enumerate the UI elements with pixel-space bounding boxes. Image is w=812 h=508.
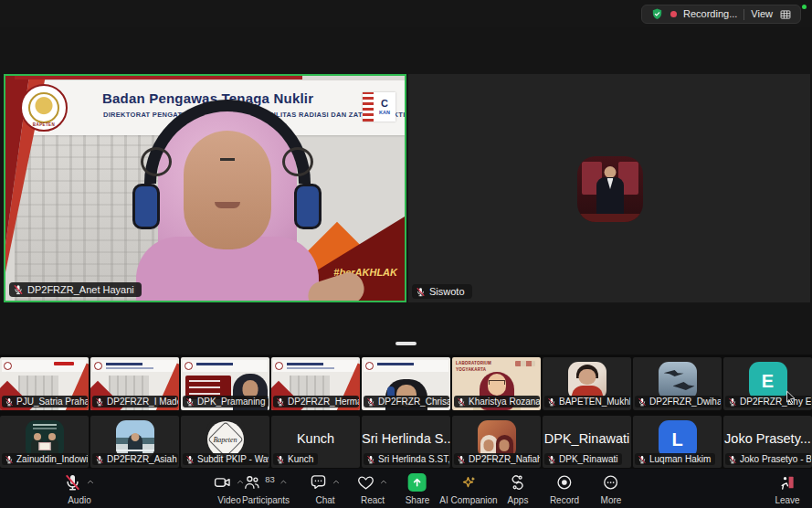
display-name: Joko Prasety... <box>723 431 812 446</box>
participant-name: Kunch <box>288 454 313 464</box>
participant-name: PJU_Satria Prahara <box>16 397 88 407</box>
participant-name-tag: DP2FRZR_Chrisantus... <box>364 396 449 407</box>
react-button[interactable]: React <box>357 471 389 505</box>
speaker-video-person <box>133 107 321 302</box>
view-button[interactable]: View <box>751 9 773 19</box>
participant-tile[interactable]: BapetenSubdit PKIP - Wawan... <box>181 416 269 468</box>
chevron-up-icon[interactable] <box>279 477 289 487</box>
participant-name: DP2FRZR_Dwihardjo... <box>649 397 721 407</box>
display-name: Kunch <box>271 431 360 446</box>
toolbar-button-label: Record <box>550 496 579 505</box>
participant-name-tag: Luqman Hakim <box>635 453 715 465</box>
gallery-grid-icon[interactable] <box>779 8 792 21</box>
toolbar-button-label: Apps <box>508 496 529 505</box>
participant-tile[interactable]: Zainuddin_Indowire <box>0 416 89 468</box>
participant-tile[interactable]: DP2FRZR_Chrisantus... <box>362 357 450 410</box>
muted-mic-icon <box>95 397 104 407</box>
apps-button[interactable]: Apps <box>508 471 529 505</box>
sparkle-icon <box>459 473 478 492</box>
more-button[interactable]: More <box>601 471 622 505</box>
participant-tile[interactable]: BAPETEN_Mukhlisin <box>543 357 631 410</box>
toolbar-button-label: Audio <box>68 496 91 505</box>
video-button[interactable]: Video <box>214 471 246 505</box>
headphone-earcup <box>132 184 160 229</box>
chevron-up-icon[interactable] <box>332 477 342 487</box>
toolbar-button-label: Chat <box>315 496 334 505</box>
participant-name-tag: DP2FRZR_Hermawan... <box>273 396 359 407</box>
muted-mic-icon <box>638 455 647 464</box>
leave-button[interactable]: Leave <box>775 471 799 505</box>
participant-name: Subdit PKIP - Wawan... <box>197 454 269 464</box>
muted-mic-icon <box>5 455 14 464</box>
participant-tile[interactable]: DP2FRZR_Dwihardjo... <box>633 357 722 410</box>
participant-name-tag: PJU_Satria Prahara <box>2 396 88 407</box>
participant-name-tag: DPK_Rinawati <box>544 453 622 465</box>
participant-tile[interactable]: DP2FRZR_Nafiah <box>452 416 541 468</box>
participant-tile-siswoto[interactable]: Siswoto <box>408 74 810 302</box>
participant-name-tag: Kharistya Rozana-BRIN <box>454 396 540 407</box>
participants-button[interactable]: 83Participants <box>242 471 290 505</box>
ai-companion-button[interactable]: AI Companion <box>439 471 497 505</box>
avatar <box>568 362 606 400</box>
toolbar-button-label: More <box>601 496 622 505</box>
participant-name: Siswoto <box>429 286 465 297</box>
speaker-name: DP2FRZR_Anet Hayani <box>27 284 134 295</box>
audio-button[interactable]: Audio <box>64 471 96 505</box>
toolbar-button-label: AI Companion <box>439 496 497 505</box>
bapeten-logo: BAPETEN <box>20 84 68 132</box>
toolbar-button-label: Leave <box>775 496 799 505</box>
participant-tile[interactable]: KunchKunch <box>271 416 360 468</box>
recording-status: Recording... <box>683 9 737 19</box>
active-speaker-tile[interactable]: Badan Pengawas Tenaga Nuklir DIREKTORAT … <box>4 74 406 302</box>
chat-button[interactable]: Chat <box>310 471 342 505</box>
participant-name: Kharistya Rozana-BRIN <box>469 397 540 407</box>
participant-tile[interactable]: DPK_RinawatiDPK_Rinawati <box>543 416 631 468</box>
thumbnail-strip-drag-handle[interactable] <box>395 342 417 345</box>
participant-tile[interactable]: DP2FRZR_I Made Ard... <box>90 357 179 410</box>
chevron-up-icon[interactable] <box>86 477 96 487</box>
zoom-meeting-window: Recording... View Badan Pengawas Tenaga … <box>0 0 812 508</box>
avatar <box>659 362 697 400</box>
participant-name: DP2FRZR_Hermawan... <box>288 397 359 407</box>
record-button[interactable]: Record <box>550 471 579 505</box>
record-icon <box>555 473 574 492</box>
participant-name-tag: DP2FRZR_Nafiah <box>454 453 540 465</box>
iso-kan-certification-logo: C KAN <box>363 92 395 122</box>
participant-tile[interactable]: DP2FRZR_Asiah Has... <box>90 416 179 468</box>
muted-mic-icon <box>13 284 24 295</box>
muted-mic-icon <box>185 455 195 464</box>
muted-mic-icon <box>366 397 375 407</box>
speaker-name-tag: DP2FRZR_Anet Hayani <box>9 282 142 297</box>
participant-name: DPK_Rinawati <box>559 454 617 464</box>
participant-tile[interactable]: Joko Prasety...Joko Prasetyo - BRIN <box>723 416 812 468</box>
mouse-cursor <box>784 389 799 405</box>
participant-name-tag: BAPETEN_Mukhlisin <box>544 396 630 407</box>
participant-name-tag: DPK_Pramaning Tri H... <box>183 396 269 407</box>
participant-tile[interactable]: DPK_Pramaning Tri H... <box>181 357 269 410</box>
muted-mic-icon <box>5 397 14 407</box>
logo-strip <box>515 361 535 366</box>
apps-icon <box>509 473 527 492</box>
participant-tile[interactable]: PJU_Satria Prahara <box>0 357 89 410</box>
muted-mic-icon <box>457 455 466 464</box>
participant-tile[interactable]: LABORATORIUMYOGYAKARTAKharistya Rozana-B… <box>452 357 541 410</box>
participant-name-tag: Kunch <box>273 453 318 465</box>
bapeten-logo-label: BAPETEN <box>22 122 66 127</box>
top-bar: Recording... View <box>0 0 812 27</box>
participant-tile[interactable]: Sri Herlinda S...Sri Herlinda S.ST, M.Si <box>362 416 450 468</box>
participant-name-tag: Siswoto <box>412 284 472 299</box>
camera-icon <box>214 473 232 492</box>
participant-tile[interactable]: DP2FRZR_Hermawan... <box>271 357 360 410</box>
share-icon <box>408 473 427 492</box>
participant-tile[interactable]: LLuqman Hakim <box>633 416 722 468</box>
people-icon <box>243 473 261 492</box>
share-button[interactable]: Share <box>406 471 430 505</box>
thumbnail-row-1: PJU_Satria PraharaDP2FRZR_I Made Ard...D… <box>0 357 812 410</box>
pill-divider <box>743 9 744 20</box>
muted-mic-icon <box>638 397 647 407</box>
participant-name: Zainuddin_Indowire <box>16 454 88 464</box>
muted-mic-icon <box>457 397 466 407</box>
chevron-up-icon[interactable] <box>379 477 389 487</box>
participant-name: DP2FRZR_I Made Ard... <box>107 397 178 407</box>
muted-mic-icon <box>276 455 285 464</box>
